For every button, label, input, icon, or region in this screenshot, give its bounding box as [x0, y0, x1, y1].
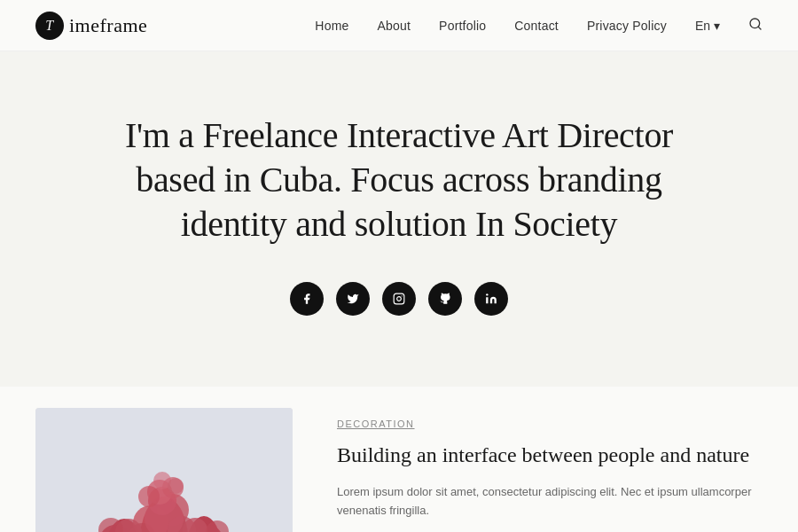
svg-point-4 [486, 293, 488, 295]
hero-title: I'm a Freelance Interactive Art Director… [124, 113, 674, 246]
post-content: DECORATION Building an interface between… [293, 387, 798, 532]
social-linkedin[interactable] [474, 282, 508, 316]
svg-rect-2 [394, 293, 404, 304]
hero-section: I'm a Freelance Interactive Art Director… [0, 51, 798, 387]
nav-contact[interactable]: Contact [514, 19, 559, 33]
svg-line-1 [758, 27, 761, 29]
search-button[interactable] [748, 17, 763, 35]
post-title[interactable]: Building an interface between people and… [337, 442, 763, 469]
site-header: T imeframe Home About Portfolio Contact … [0, 0, 798, 51]
cactus-illustration [35, 408, 293, 532]
nav-about[interactable]: About [378, 19, 411, 33]
main-nav: Home About Portfolio Contact Privacy Pol… [315, 17, 763, 35]
language-selector[interactable]: En ▾ [695, 19, 720, 33]
post-thumbnail [35, 408, 293, 532]
social-github[interactable] [428, 282, 462, 316]
nav-home[interactable]: Home [315, 19, 348, 33]
language-label: En [695, 19, 710, 33]
svg-point-23 [138, 486, 160, 507]
logo-text: imeframe [69, 14, 147, 37]
nav-privacy[interactable]: Privacy Policy [587, 19, 667, 33]
social-links [35, 282, 763, 316]
chevron-down-icon: ▾ [714, 19, 720, 33]
blog-section: DECORATION Building an interface between… [0, 387, 798, 532]
logo-icon: T [35, 12, 64, 40]
social-facebook[interactable] [290, 282, 324, 316]
nav-portfolio[interactable]: Portfolio [439, 19, 486, 33]
post-category[interactable]: DECORATION [337, 419, 763, 429]
svg-point-25 [168, 478, 184, 494]
social-instagram[interactable] [382, 282, 416, 316]
social-twitter[interactable] [336, 282, 370, 316]
post-excerpt: Lorem ipsum dolor sit amet, consectetur … [337, 483, 763, 520]
site-logo[interactable]: T imeframe [35, 12, 147, 40]
